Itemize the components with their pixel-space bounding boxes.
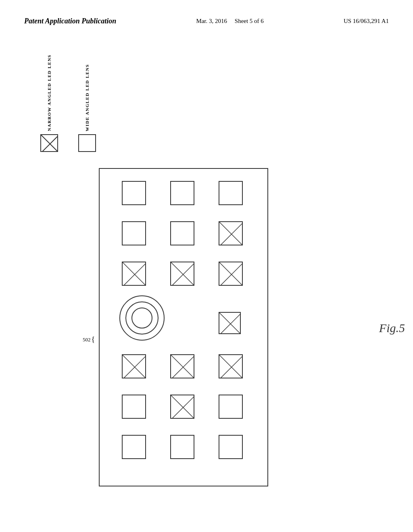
cell-r3c1 <box>122 262 146 286</box>
cell-r1c2 <box>170 181 194 205</box>
svg-line-6 <box>171 262 194 286</box>
svg-line-0 <box>41 135 58 152</box>
cell-r6c2 <box>170 395 194 419</box>
date-sheet: Mar. 3, 2016 Sheet 5 of 6 <box>196 16 264 26</box>
cell-r1c3 <box>219 181 243 205</box>
date: Mar. 3, 2016 <box>196 18 227 24</box>
diagram-area: 500 } 502 { 504 } 506 } <box>20 168 413 486</box>
narrow-label: NARROW ANGLED LED LENS <box>46 54 52 131</box>
svg-line-2 <box>219 222 243 245</box>
narrow-lens-icon <box>40 134 58 152</box>
cell-r3c2-504 <box>170 262 194 286</box>
svg-line-19 <box>219 355 243 378</box>
sheet: Sheet 5 of 6 <box>235 18 264 24</box>
patent-number: US 16/063,291 A1 <box>344 16 389 26</box>
svg-line-21 <box>171 395 194 419</box>
camera-502 <box>118 294 166 342</box>
cell-r1c1 <box>122 181 146 205</box>
legend-wide: WIDE ANGLED LED LENS <box>78 64 96 152</box>
cell-r7c1 <box>122 435 146 459</box>
svg-line-8 <box>219 262 243 286</box>
wide-lens-icon <box>78 134 96 152</box>
publication-title: Patent Application Publication <box>24 16 116 26</box>
cell-r2c1 <box>122 221 146 245</box>
page-header: Patent Application Publication Mar. 3, 2… <box>0 0 413 34</box>
cell-r6c1 <box>122 395 146 419</box>
svg-line-13 <box>219 313 241 334</box>
svg-line-17 <box>171 355 194 378</box>
cell-r2c3 <box>219 221 243 245</box>
cell-r2c2 <box>170 221 194 245</box>
cell-r4-lone <box>219 312 241 334</box>
main-panel <box>99 168 268 486</box>
svg-point-11 <box>126 302 158 334</box>
cell-r7c3 <box>219 435 243 459</box>
svg-line-15 <box>123 355 146 378</box>
legend-narrow: NARROW ANGLED LED LENS <box>40 54 58 152</box>
svg-point-10 <box>120 296 164 340</box>
ref-502-label: 502 { <box>83 335 95 344</box>
cell-r5c2 <box>170 354 194 378</box>
cell-r5c1 <box>122 354 146 378</box>
svg-line-4 <box>123 262 146 286</box>
fig-label: Fig.5 <box>379 321 405 335</box>
wide-label: WIDE ANGLED LED LENS <box>84 64 90 131</box>
cell-r7c2 <box>170 435 194 459</box>
cell-r3c3 <box>219 262 243 286</box>
cell-r6c3 <box>219 395 243 419</box>
cell-r5c3 <box>219 354 243 378</box>
svg-point-12 <box>132 308 152 328</box>
